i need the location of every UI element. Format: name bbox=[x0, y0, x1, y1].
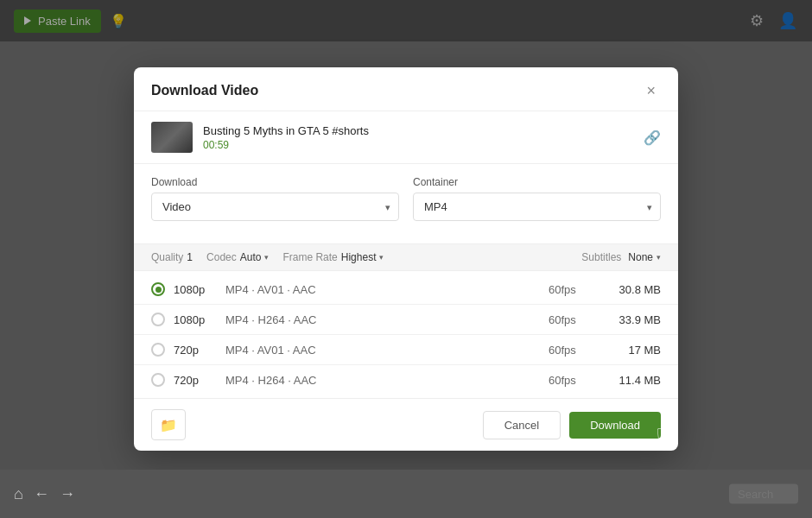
quality-size-label: 11.4 MB bbox=[600, 374, 661, 387]
frame-rate-label: Frame Rate bbox=[282, 251, 337, 263]
folder-icon: 📁 bbox=[160, 417, 177, 433]
modal-title: Download Video bbox=[151, 83, 258, 98]
video-info: Busting 5 Myths in GTA 5 #shorts 00:59 🔗 bbox=[134, 111, 678, 164]
subtitles-chevron-icon: ▾ bbox=[657, 253, 661, 262]
quality-resolution-label: 1080p bbox=[174, 313, 225, 326]
frame-rate-value: Highest bbox=[341, 251, 377, 263]
search-input[interactable] bbox=[729, 484, 798, 504]
quality-row[interactable]: 1080pMP4 · H264 · AAC60fps33.9 MB bbox=[134, 305, 678, 335]
quality-label: Quality bbox=[151, 251, 183, 263]
cancel-button[interactable]: Cancel bbox=[483, 411, 561, 439]
quality-count: 1 bbox=[187, 251, 193, 263]
folder-button[interactable]: 📁 bbox=[151, 409, 186, 440]
forward-icon[interactable]: → bbox=[60, 485, 75, 503]
codec-chevron-icon: ▾ bbox=[264, 253, 269, 262]
frame-rate-option[interactable]: Frame Rate Highest ▾ bbox=[282, 251, 384, 263]
quality-fps-label: 60fps bbox=[549, 374, 600, 387]
quality-fps-label: 60fps bbox=[549, 344, 600, 357]
back-icon[interactable]: ← bbox=[34, 485, 49, 503]
subtitles-value: None bbox=[628, 251, 653, 263]
quality-codec-label: MP4 · H264 · AAC bbox=[225, 374, 549, 387]
radio-button[interactable] bbox=[151, 282, 165, 296]
quality-codec-label: MP4 · AV01 · AAC bbox=[225, 344, 549, 357]
quality-row[interactable]: 1080pMP4 · AV01 · AAC60fps30.8 MB bbox=[134, 275, 678, 305]
radio-button[interactable] bbox=[151, 373, 165, 387]
quality-codec-label: MP4 · AV01 · AAC bbox=[225, 283, 549, 296]
quality-fps-label: 60fps bbox=[549, 283, 600, 296]
download-select-wrapper: Video Audio ▾ bbox=[151, 193, 399, 221]
home-icon[interactable]: ⌂ bbox=[14, 485, 23, 503]
radio-button[interactable] bbox=[151, 343, 165, 357]
thumbnail-image bbox=[151, 122, 193, 153]
container-label: Container bbox=[413, 176, 661, 188]
container-group: Container MP4 MKV WEBM ▾ bbox=[413, 176, 661, 221]
quality-resolution-label: 720p bbox=[174, 344, 225, 357]
video-title: Busting 5 Myths in GTA 5 #shorts bbox=[203, 124, 633, 137]
modal-footer: 📁 Cancel Download ☞ bbox=[134, 398, 678, 451]
quality-row[interactable]: 720pMP4 · AV01 · AAC60fps17 MB bbox=[134, 335, 678, 365]
download-label: Download bbox=[151, 176, 399, 188]
download-button[interactable]: Download ☞ bbox=[569, 412, 661, 439]
download-modal: Download Video × Busting 5 Myths in GTA … bbox=[134, 67, 678, 451]
codec-option[interactable]: Codec Auto ▾ bbox=[206, 251, 269, 263]
bottom-nav: ⌂ ← → bbox=[0, 470, 812, 518]
quality-list: 1080pMP4 · AV01 · AAC60fps30.8 MB1080pMP… bbox=[134, 271, 678, 398]
quality-codec-label: MP4 · H264 · AAC bbox=[225, 313, 549, 326]
video-thumbnail bbox=[151, 122, 193, 153]
modal-backdrop: Download Video × Busting 5 Myths in GTA … bbox=[0, 0, 812, 518]
options-row: Quality 1 Codec Auto ▾ Frame Rate Highes… bbox=[134, 243, 678, 271]
quality-option: Quality 1 bbox=[151, 251, 193, 263]
frame-rate-chevron-icon: ▾ bbox=[379, 253, 384, 262]
subtitles-option[interactable]: Subtitles None ▾ bbox=[581, 251, 661, 263]
download-select[interactable]: Video Audio bbox=[151, 193, 399, 221]
download-type-group: Download Video Audio ▾ bbox=[151, 176, 399, 221]
quality-resolution-label: 1080p bbox=[174, 283, 225, 296]
link-icon[interactable]: 🔗 bbox=[644, 130, 661, 146]
cursor-hand-icon: ☞ bbox=[656, 421, 675, 445]
codec-label: Codec bbox=[206, 251, 237, 263]
quality-resolution-label: 720p bbox=[174, 374, 225, 387]
download-btn-label: Download bbox=[590, 419, 640, 432]
quality-fps-label: 60fps bbox=[549, 313, 600, 326]
form-row: Download Video Audio ▾ Container MP4 bbox=[151, 176, 661, 221]
video-duration: 00:59 bbox=[203, 139, 633, 151]
quality-size-label: 33.9 MB bbox=[600, 313, 661, 326]
video-details: Busting 5 Myths in GTA 5 #shorts 00:59 bbox=[203, 124, 633, 151]
form-section: Download Video Audio ▾ Container MP4 bbox=[134, 164, 678, 243]
subtitles-label: Subtitles bbox=[581, 251, 621, 263]
container-select-wrapper: MP4 MKV WEBM ▾ bbox=[413, 193, 661, 221]
quality-row[interactable]: 720pMP4 · H264 · AAC60fps11.4 MB bbox=[134, 365, 678, 395]
quality-size-label: 30.8 MB bbox=[600, 283, 661, 296]
radio-button[interactable] bbox=[151, 313, 165, 326]
codec-value: Auto bbox=[240, 251, 262, 263]
container-select[interactable]: MP4 MKV WEBM bbox=[413, 193, 661, 221]
modal-header: Download Video × bbox=[134, 67, 678, 111]
close-button[interactable]: × bbox=[641, 81, 661, 100]
quality-size-label: 17 MB bbox=[600, 344, 661, 357]
